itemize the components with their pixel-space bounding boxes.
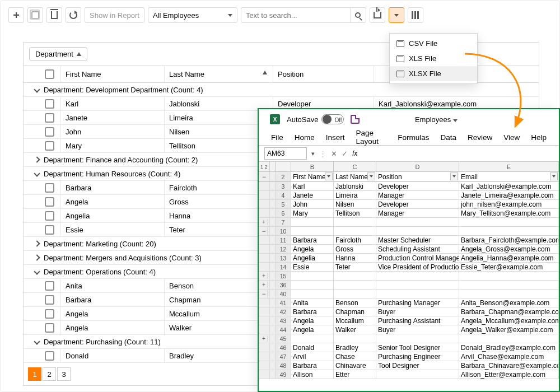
row-number[interactable]: 46 bbox=[276, 343, 291, 352]
cell[interactable] bbox=[459, 281, 559, 289]
cell[interactable]: Chinavare bbox=[334, 361, 376, 370]
outline-collapse-icon[interactable]: − bbox=[260, 227, 268, 235]
tab-home[interactable]: Home bbox=[295, 133, 315, 142]
outline-expand-icon[interactable]: + bbox=[260, 282, 268, 288]
filter-dropdown-icon[interactable] bbox=[550, 172, 558, 180]
excel-row[interactable]: 48BarbaraChinavareTool DesignerBarbara_C… bbox=[259, 361, 559, 370]
cell[interactable]: Vice President of Production bbox=[376, 263, 459, 271]
cell[interactable] bbox=[291, 272, 334, 280]
cell[interactable] bbox=[334, 227, 376, 235]
cell[interactable]: Allison bbox=[291, 370, 334, 379]
cell[interactable] bbox=[376, 272, 459, 280]
cell[interactable]: Purchasing Manager bbox=[376, 298, 459, 307]
page-1[interactable]: 1 bbox=[28, 367, 41, 381]
cell[interactable]: Manager bbox=[376, 191, 459, 199]
cell[interactable]: Janete_Limeira@example.com bbox=[459, 191, 559, 199]
cell[interactable] bbox=[376, 290, 459, 298]
excel-grid[interactable]: 1 2 B C D E − 2 First Name Last Name Pos… bbox=[259, 162, 559, 391]
col-last-name[interactable]: Last Name bbox=[164, 66, 273, 82]
outline-expand-icon[interactable]: + bbox=[260, 335, 268, 342]
cell[interactable]: Karl_Jablonski@example.com bbox=[459, 182, 559, 190]
row-number[interactable]: 42 bbox=[276, 307, 291, 316]
excel-row[interactable]: 13AngeliaHannaProduction Control Manager… bbox=[259, 254, 559, 263]
tab-file[interactable]: File bbox=[271, 133, 283, 142]
checkbox-icon[interactable] bbox=[45, 323, 54, 333]
cell[interactable]: Arvil bbox=[291, 352, 334, 361]
cell[interactable]: Developer bbox=[376, 182, 459, 190]
checkbox-icon[interactable] bbox=[45, 183, 54, 193]
filter-dropdown-icon[interactable] bbox=[367, 172, 375, 180]
excel-row[interactable]: +45 bbox=[259, 334, 559, 343]
page-3[interactable]: 3 bbox=[57, 367, 71, 381]
excel-row[interactable]: 12AngelaGrossScheduling AssistantAngela_… bbox=[259, 245, 559, 254]
cell[interactable]: Barbara_Chinavare@example.com bbox=[459, 361, 559, 370]
cell[interactable] bbox=[376, 370, 459, 379]
cell[interactable]: Purchasing Engineer bbox=[376, 352, 459, 361]
cell[interactable]: Manager bbox=[376, 209, 459, 217]
cell[interactable]: Anita_Benson@example.com bbox=[459, 298, 559, 307]
clone-button[interactable] bbox=[27, 7, 43, 23]
export-dropdown-toggle[interactable] bbox=[389, 7, 404, 23]
save-icon[interactable] bbox=[351, 115, 360, 124]
cell[interactable]: Angela bbox=[291, 316, 334, 325]
cell[interactable] bbox=[291, 218, 334, 226]
cell[interactable] bbox=[334, 281, 376, 289]
outline-level[interactable]: 1 2 bbox=[259, 162, 270, 171]
cell[interactable] bbox=[459, 272, 559, 280]
tab-formulas[interactable]: Formulas bbox=[398, 133, 429, 142]
row-number[interactable]: 4 bbox=[276, 191, 291, 199]
tab-insert[interactable]: Insert bbox=[326, 133, 345, 142]
row-number[interactable]: 13 bbox=[276, 254, 291, 262]
cell[interactable] bbox=[459, 290, 559, 298]
export-button[interactable] bbox=[370, 7, 385, 23]
page-2[interactable]: 2 bbox=[43, 367, 56, 381]
cell[interactable]: Essie_Teter@example.com bbox=[459, 263, 559, 271]
outline-collapse-icon[interactable]: − bbox=[260, 290, 268, 298]
row-number[interactable]: 44 bbox=[276, 325, 291, 334]
checkbox-icon[interactable] bbox=[45, 197, 54, 207]
cell[interactable] bbox=[376, 218, 459, 226]
row-number[interactable]: 11 bbox=[276, 236, 291, 244]
cell[interactable]: Anita bbox=[291, 298, 334, 307]
cell[interactable]: Barbara bbox=[291, 307, 334, 316]
workbook-name[interactable]: Employees bbox=[415, 115, 458, 124]
row-number[interactable]: 48 bbox=[276, 361, 291, 370]
cell[interactable]: John bbox=[291, 200, 334, 208]
refresh-button[interactable] bbox=[66, 7, 81, 23]
checkbox-icon[interactable] bbox=[45, 113, 54, 123]
cell[interactable]: john_nilsen@example.com bbox=[459, 200, 559, 208]
row-number[interactable]: 40 bbox=[276, 290, 291, 298]
excel-row[interactable]: +36 bbox=[259, 281, 559, 290]
row-number[interactable]: 3 bbox=[276, 182, 291, 190]
cell[interactable]: Nilsen bbox=[334, 200, 376, 208]
checkbox-icon[interactable] bbox=[45, 127, 54, 137]
cell[interactable] bbox=[334, 334, 376, 343]
cell[interactable] bbox=[291, 290, 334, 298]
row-number[interactable]: 2 bbox=[276, 172, 291, 182]
cell[interactable]: Angela bbox=[291, 245, 334, 253]
excel-row[interactable]: 4JaneteLimeiraManagerJanete_Limeira@exam… bbox=[259, 191, 559, 200]
row-number[interactable]: 36 bbox=[276, 281, 291, 289]
cell[interactable] bbox=[459, 334, 559, 343]
row-number[interactable]: 43 bbox=[276, 316, 291, 325]
excel-row[interactable]: 6MaryTellitsonManagerMary_Tellitson@exam… bbox=[259, 209, 559, 218]
delete-button[interactable] bbox=[46, 7, 62, 23]
row-number[interactable]: 7 bbox=[276, 218, 291, 226]
cell[interactable]: Angela_Walker@example.com bbox=[459, 325, 559, 334]
row-number[interactable]: 6 bbox=[276, 209, 291, 217]
row-number[interactable]: 45 bbox=[276, 334, 291, 343]
cell[interactable]: Arvil_Chase@example.com bbox=[459, 352, 559, 361]
row-number[interactable]: 49 bbox=[276, 370, 291, 379]
cell[interactable]: Master Scheduler bbox=[376, 236, 459, 244]
cell[interactable]: Mary bbox=[291, 209, 334, 217]
cell[interactable]: Barbara bbox=[291, 236, 334, 244]
row-number[interactable]: 15 bbox=[276, 272, 291, 280]
excel-row[interactable]: 5JohnNilsenDeveloperjohn_nilsen@example.… bbox=[259, 200, 559, 209]
cell[interactable]: Buyer bbox=[376, 307, 459, 316]
cell[interactable]: Janete bbox=[291, 191, 334, 199]
cell[interactable] bbox=[376, 281, 459, 289]
outline-expand-icon[interactable]: + bbox=[260, 219, 268, 225]
cell[interactable]: Barbara_Chapman@example.com bbox=[459, 307, 559, 316]
excel-row[interactable]: 49AllisonEtterAllison_Etter@example.com bbox=[259, 370, 559, 379]
cell[interactable] bbox=[376, 227, 459, 235]
